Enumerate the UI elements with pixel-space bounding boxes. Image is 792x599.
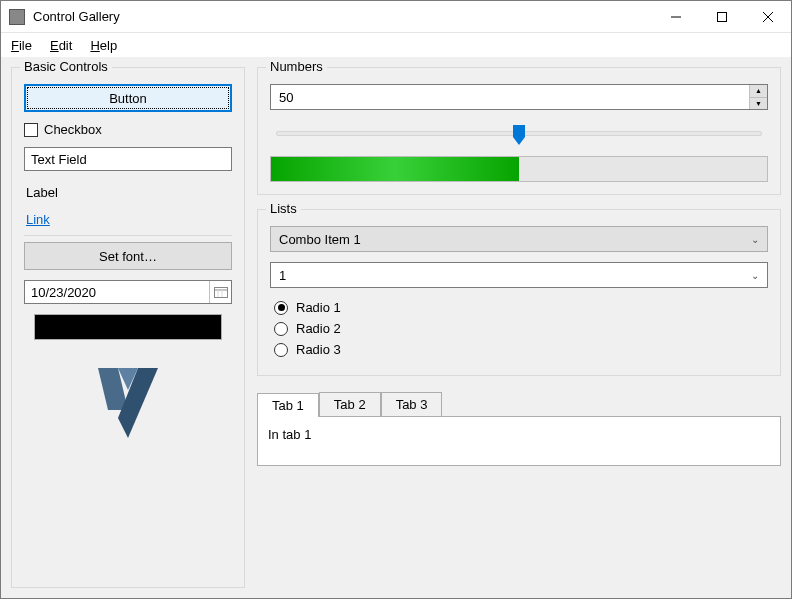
spin-value: 50 — [271, 85, 749, 109]
radio-3[interactable]: Radio 3 — [274, 342, 768, 357]
checkbox[interactable]: Checkbox — [24, 122, 232, 137]
app-icon — [9, 9, 25, 25]
svg-rect-4 — [214, 288, 227, 298]
text-field-value: Text Field — [31, 152, 87, 167]
radio-selected-icon — [274, 301, 288, 315]
combo-box-2[interactable]: 1 ⌄ — [270, 262, 768, 288]
logo-wrap — [24, 340, 232, 440]
app-window: Control Gallery File Edit Help Basic Con… — [0, 0, 792, 599]
close-button[interactable] — [745, 2, 791, 32]
numbers-group: Numbers 50 ▲ ▼ — [257, 67, 781, 195]
progress-bar — [270, 156, 768, 182]
tab-1-content: In tab 1 — [268, 427, 311, 442]
demo-link[interactable]: Link — [24, 210, 52, 229]
menubar: File Edit Help — [1, 33, 791, 57]
text-field[interactable]: Text Field — [24, 147, 232, 171]
spin-buttons: ▲ ▼ — [749, 85, 767, 109]
radio-3-label: Radio 3 — [296, 342, 341, 357]
radio-2-label: Radio 2 — [296, 321, 341, 336]
chevron-down-icon: ⌄ — [751, 270, 759, 281]
lists-legend: Lists — [266, 201, 301, 216]
lists-group: Lists Combo Item 1 ⌄ 1 ⌄ Radio 1 — [257, 209, 781, 376]
radio-2[interactable]: Radio 2 — [274, 321, 768, 336]
minimize-icon — [671, 12, 681, 22]
radio-1[interactable]: Radio 1 — [274, 300, 768, 315]
progress-fill — [271, 157, 519, 181]
date-dropdown-button[interactable] — [209, 281, 231, 303]
menu-help[interactable]: Help — [86, 36, 121, 55]
menu-edit[interactable]: Edit — [46, 36, 76, 55]
combo-2-value: 1 — [279, 268, 286, 283]
spin-box[interactable]: 50 ▲ ▼ — [270, 84, 768, 110]
basic-controls-group: Basic Controls Button Checkbox Text Fiel… — [11, 67, 245, 588]
slider[interactable] — [276, 118, 762, 148]
client-area: Basic Controls Button Checkbox Text Fiel… — [1, 57, 791, 598]
tab-2[interactable]: Tab 2 — [319, 392, 381, 416]
spin-down-button[interactable]: ▼ — [750, 98, 767, 110]
radio-1-label: Radio 1 — [296, 300, 341, 315]
basic-controls-legend: Basic Controls — [20, 59, 112, 74]
right-column: Numbers 50 ▲ ▼ — [257, 67, 781, 588]
tabstrip: Tab 1 Tab 2 Tab 3 — [257, 392, 781, 416]
date-value: 10/23/2020 — [25, 281, 209, 303]
titlebar: Control Gallery — [1, 1, 791, 33]
left-column: Basic Controls Button Checkbox Text Fiel… — [11, 67, 245, 588]
v-logo-icon — [93, 360, 163, 440]
slider-thumb-icon — [513, 125, 525, 145]
svg-marker-11 — [513, 125, 525, 145]
menu-file[interactable]: File — [7, 36, 36, 55]
tab-3[interactable]: Tab 3 — [381, 392, 443, 416]
tab-control: Tab 1 Tab 2 Tab 3 In tab 1 — [257, 392, 781, 466]
static-label: Label — [24, 181, 232, 204]
radio-unselected-icon — [274, 343, 288, 357]
maximize-button[interactable] — [699, 2, 745, 32]
date-picker[interactable]: 10/23/2020 — [24, 280, 232, 304]
minimize-button[interactable] — [653, 2, 699, 32]
tab-page: In tab 1 — [257, 416, 781, 466]
demo-button-label: Button — [109, 91, 147, 106]
combo-box-1[interactable]: Combo Item 1 ⌄ — [270, 226, 768, 252]
color-picker[interactable] — [34, 314, 222, 340]
spin-up-button[interactable]: ▲ — [750, 85, 767, 98]
numbers-legend: Numbers — [266, 59, 327, 74]
demo-button[interactable]: Button — [24, 84, 232, 112]
window-title: Control Gallery — [33, 9, 653, 24]
separator — [24, 235, 232, 236]
calendar-icon — [214, 286, 228, 298]
chevron-down-icon: ⌄ — [751, 234, 759, 245]
maximize-icon — [717, 12, 727, 22]
slider-thumb[interactable] — [513, 125, 525, 145]
radio-unselected-icon — [274, 322, 288, 336]
set-font-label: Set font… — [99, 249, 157, 264]
checkbox-label: Checkbox — [44, 122, 102, 137]
set-font-button[interactable]: Set font… — [24, 242, 232, 270]
checkbox-box-icon — [24, 123, 38, 137]
close-icon — [763, 12, 773, 22]
combo-1-value: Combo Item 1 — [279, 232, 361, 247]
svg-rect-1 — [718, 12, 727, 21]
tab-1[interactable]: Tab 1 — [257, 393, 319, 417]
